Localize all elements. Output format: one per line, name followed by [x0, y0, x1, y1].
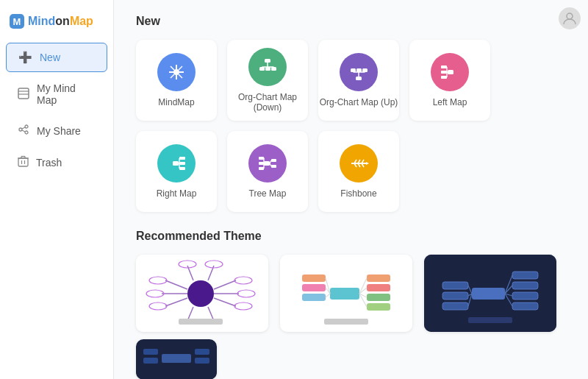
my-mind-map-icon: [18, 88, 29, 102]
svg-rect-120: [442, 302, 468, 310]
svg-rect-55: [259, 157, 264, 160]
svg-rect-58: [271, 159, 276, 162]
svg-line-25: [171, 74, 174, 78]
orgup-label: Org-Chart Map (Up): [320, 97, 398, 107]
partial-theme-row: [136, 339, 566, 379]
svg-rect-42: [441, 65, 447, 68]
svg-rect-126: [162, 354, 191, 363]
map-card-left[interactable]: Left Map: [409, 40, 490, 121]
map-card-orgup[interactable]: Org-Chart Map (Up): [318, 40, 399, 121]
svg-point-86: [149, 302, 167, 310]
svg-rect-44: [441, 76, 447, 79]
svg-point-17: [567, 13, 573, 19]
svg-line-26: [179, 74, 182, 78]
svg-rect-27: [265, 59, 270, 63]
svg-point-7: [25, 131, 28, 134]
svg-rect-127: [143, 349, 158, 355]
map-card-right[interactable]: Right Map: [136, 131, 217, 212]
svg-rect-51: [179, 167, 185, 170]
svg-rect-41: [448, 70, 453, 74]
svg-rect-59: [271, 165, 276, 168]
svg-rect-54: [264, 161, 270, 166]
svg-rect-95: [367, 284, 390, 291]
svg-line-107: [326, 294, 330, 297]
svg-rect-108: [324, 319, 368, 325]
orgdown-icon-circle: [248, 48, 287, 86]
svg-line-23: [171, 66, 174, 70]
svg-rect-56: [259, 162, 264, 165]
svg-rect-124: [468, 317, 512, 323]
svg-line-79: [214, 298, 236, 306]
svg-rect-99: [302, 284, 326, 291]
tree-icon-circle: [248, 144, 287, 183]
orgdown-label: Org-Chart Map (Down): [227, 92, 308, 113]
svg-point-73: [187, 280, 214, 307]
tree-label: Tree Map: [249, 188, 287, 199]
main-content: New MindMap Org-Chart Map (Down) Org-Cha…: [114, 0, 588, 379]
fishbone-label: Fishbone: [340, 188, 376, 199]
svg-line-9: [22, 130, 25, 132]
recommended-title: Recommended Theme: [136, 230, 566, 243]
left-icon-circle: [431, 53, 469, 91]
map-card-orgdown[interactable]: Org-Chart Map (Down): [227, 40, 308, 121]
svg-rect-129: [195, 349, 209, 355]
theme-card-2[interactable]: [280, 255, 412, 332]
svg-marker-72: [366, 162, 369, 165]
svg-line-74: [165, 280, 187, 289]
svg-point-88: [237, 290, 255, 297]
nav-item-my-mind-map[interactable]: My Mind Map: [6, 75, 107, 113]
left-label: Left Map: [433, 97, 467, 107]
svg-rect-128: [143, 358, 158, 364]
svg-rect-98: [302, 274, 326, 282]
mindmap-label: MindMap: [158, 97, 194, 107]
svg-rect-100: [302, 294, 326, 301]
svg-line-77: [214, 280, 236, 289]
svg-rect-97: [367, 303, 390, 311]
map-card-tree[interactable]: Tree Map: [227, 131, 308, 212]
svg-rect-49: [179, 157, 185, 160]
svg-rect-130: [195, 358, 209, 364]
svg-rect-113: [512, 302, 538, 310]
user-avatar[interactable]: [559, 7, 581, 29]
logo-text: MindonMap: [28, 15, 93, 28]
svg-line-8: [22, 127, 25, 129]
new-section-title: New: [136, 15, 566, 28]
nav-item-new[interactable]: ➕ New: [6, 43, 107, 72]
svg-line-121: [468, 286, 472, 294]
svg-line-76: [165, 298, 187, 306]
map-card-mindmap[interactable]: MindMap: [136, 40, 217, 121]
my-share-icon: [18, 124, 29, 138]
theme-card-1[interactable]: [136, 255, 268, 332]
logo-icon: M: [9, 13, 25, 29]
map-card-fishbone[interactable]: Fishbone: [318, 131, 399, 212]
orgup-icon-circle: [340, 53, 378, 91]
svg-rect-96: [367, 294, 390, 301]
nav-item-my-share[interactable]: My Share: [6, 116, 107, 145]
svg-line-24: [179, 66, 182, 70]
svg-point-6: [19, 128, 22, 131]
theme-card-3[interactable]: [424, 255, 556, 332]
nav-label-new: New: [40, 52, 60, 63]
theme-preview-1: [136, 255, 268, 332]
trash-icon: [18, 155, 29, 169]
svg-point-89: [234, 302, 252, 310]
svg-rect-94: [367, 274, 390, 282]
nav-label-my-mind-map: My Mind Map: [37, 82, 96, 106]
theme-card-4-partial[interactable]: [136, 339, 217, 379]
svg-point-5: [25, 125, 28, 128]
svg-rect-10: [18, 158, 28, 166]
svg-rect-2: [18, 88, 29, 99]
new-icon: ➕: [18, 51, 32, 64]
theme-preview-2: [280, 255, 412, 332]
mindmap-icon-circle: [157, 53, 196, 91]
svg-text:M: M: [13, 16, 21, 27]
nav-item-trash[interactable]: Trash: [6, 148, 107, 177]
svg-rect-119: [442, 292, 468, 300]
svg-rect-48: [173, 161, 179, 166]
svg-line-64: [270, 163, 271, 166]
svg-line-115: [505, 286, 512, 294]
sidebar: M MindonMap ➕ New My Mind Map My Share T…: [0, 0, 114, 379]
svg-rect-93: [330, 288, 359, 300]
svg-rect-111: [512, 282, 538, 289]
svg-rect-112: [512, 292, 538, 300]
